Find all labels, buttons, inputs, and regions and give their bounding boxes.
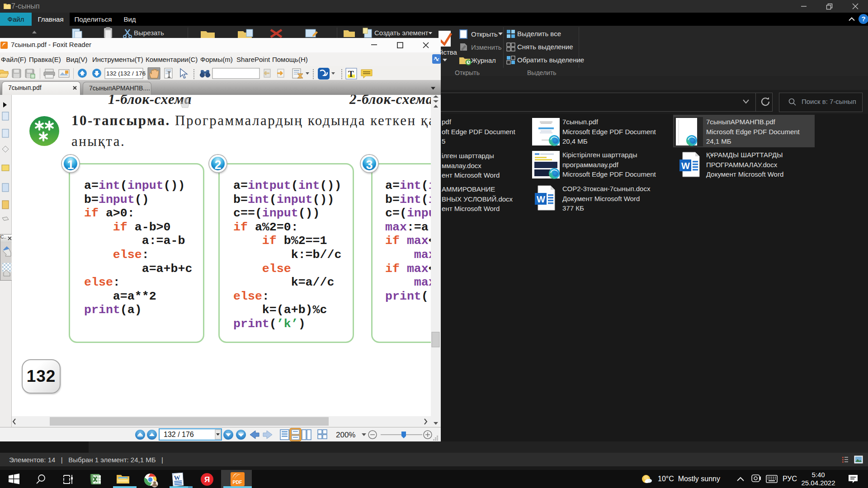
svg-text:W: W [174, 474, 180, 482]
svg-text:Изменить: Изменить [471, 43, 502, 51]
svg-text:Создать элемент: Создать элемент [374, 29, 429, 37]
svg-text:W: W [681, 161, 690, 171]
svg-text:Журнал: Журнал [471, 56, 496, 64]
svg-text:200%: 200% [336, 431, 355, 439]
svg-text:132 (132 / 176: 132 (132 / 176 [106, 70, 146, 77]
svg-text:Вырезать: Вырезать [134, 29, 164, 37]
svg-text:T: T [348, 69, 354, 79]
svg-text:PDF: PDF [233, 479, 243, 485]
svg-text:Открыть: Открыть [471, 30, 498, 38]
svg-text:Я: Я [204, 475, 210, 484]
svg-text:йства: йства [439, 48, 458, 56]
svg-text:132 / 176: 132 / 176 [164, 431, 194, 438]
svg-text:W: W [537, 194, 545, 204]
